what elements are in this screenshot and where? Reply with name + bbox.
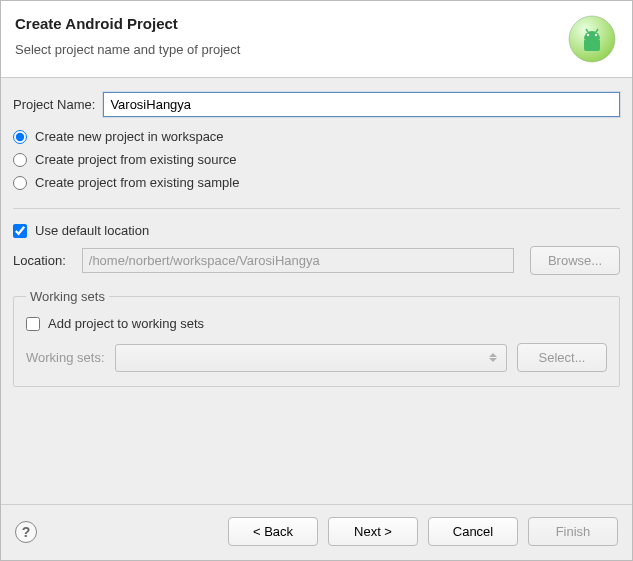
wizard-window: Create Android Project Select project na… bbox=[0, 0, 633, 561]
location-input bbox=[82, 248, 514, 273]
wizard-title: Create Android Project bbox=[15, 15, 558, 32]
svg-point-2 bbox=[587, 34, 589, 36]
browse-button: Browse... bbox=[530, 246, 620, 275]
radio-existing-sample-input[interactable] bbox=[13, 176, 27, 190]
radio-existing-source-input[interactable] bbox=[13, 153, 27, 167]
cancel-button[interactable]: Cancel bbox=[428, 517, 518, 546]
back-button[interactable]: < Back bbox=[228, 517, 318, 546]
default-location-checkbox[interactable] bbox=[13, 224, 27, 238]
project-name-input[interactable] bbox=[103, 92, 620, 117]
wizard-subtitle: Select project name and type of project bbox=[15, 42, 558, 57]
working-sets-combo bbox=[115, 344, 507, 372]
project-name-label: Project Name: bbox=[13, 97, 95, 112]
radio-new-workspace-label: Create new project in workspace bbox=[35, 129, 224, 144]
working-sets-group: Working sets Add project to working sets… bbox=[13, 289, 620, 387]
radio-new-workspace-input[interactable] bbox=[13, 130, 27, 144]
svg-point-3 bbox=[595, 34, 597, 36]
location-label: Location: bbox=[13, 253, 66, 268]
working-sets-legend: Working sets bbox=[26, 289, 109, 304]
help-icon[interactable]: ? bbox=[15, 521, 37, 543]
radio-existing-source[interactable]: Create project from existing source bbox=[13, 152, 620, 167]
radio-existing-sample[interactable]: Create project from existing sample bbox=[13, 175, 620, 190]
radio-existing-source-label: Create project from existing source bbox=[35, 152, 237, 167]
separator bbox=[13, 208, 620, 209]
svg-rect-1 bbox=[584, 39, 600, 51]
combo-spinner-icon bbox=[486, 349, 500, 367]
android-icon bbox=[568, 15, 616, 63]
radio-existing-sample-label: Create project from existing sample bbox=[35, 175, 239, 190]
next-button[interactable]: Next > bbox=[328, 517, 418, 546]
finish-button: Finish bbox=[528, 517, 618, 546]
working-sets-select-label: Working sets: bbox=[26, 350, 105, 365]
wizard-content: Project Name: Create new project in work… bbox=[1, 78, 632, 504]
wizard-header: Create Android Project Select project na… bbox=[1, 1, 632, 78]
header-text: Create Android Project Select project na… bbox=[15, 15, 558, 57]
default-location-label: Use default location bbox=[35, 223, 149, 238]
radio-new-workspace[interactable]: Create new project in workspace bbox=[13, 129, 620, 144]
add-to-working-sets[interactable]: Add project to working sets bbox=[26, 316, 607, 331]
location-row: Location: Browse... bbox=[13, 246, 620, 275]
working-sets-select-row: Working sets: Select... bbox=[26, 343, 607, 372]
working-sets-select-button: Select... bbox=[517, 343, 607, 372]
add-to-working-sets-label: Add project to working sets bbox=[48, 316, 204, 331]
add-to-working-sets-checkbox[interactable] bbox=[26, 317, 40, 331]
project-name-row: Project Name: bbox=[13, 92, 620, 117]
source-radio-group: Create new project in workspace Create p… bbox=[13, 129, 620, 190]
default-location-check[interactable]: Use default location bbox=[13, 223, 620, 238]
wizard-footer: ? < Back Next > Cancel Finish bbox=[1, 504, 632, 560]
